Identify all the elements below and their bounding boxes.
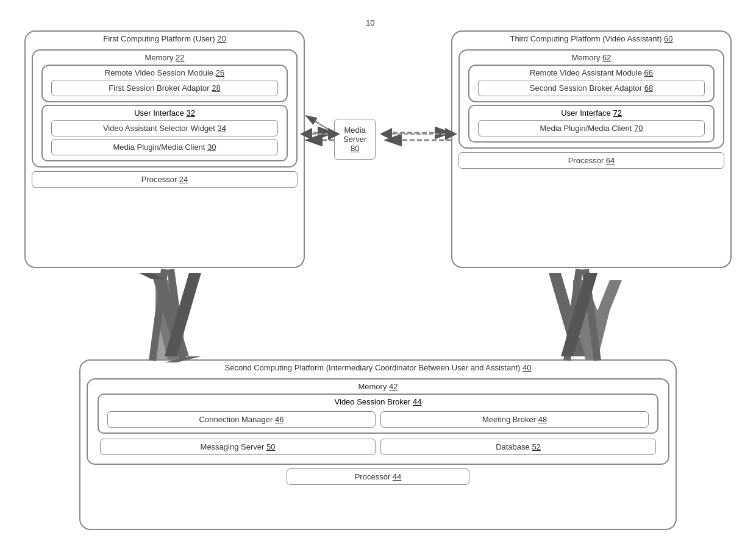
first-processor-box: Processor 24 (32, 171, 298, 188)
svg-marker-5 (139, 273, 163, 279)
arrow-first-to-second-down (155, 280, 204, 359)
first-platform-label: First Computing Platform (User) 20 (26, 32, 304, 46)
arrow-down-right-2 (585, 269, 597, 361)
first-media-plugin-box: Media Plugin/Media Client 30 (51, 139, 278, 155)
third-processor-box: Processor 64 (458, 152, 724, 169)
third-media-plugin-box: Media Plugin/Media Client 70 (478, 120, 705, 136)
diagram-container: 10 First Computing Platform (User) 20 Me… (0, 0, 756, 544)
arrow-first-to-media (306, 116, 334, 133)
vsb-box: Video Session Broker 44 Connection Manag… (98, 394, 658, 434)
vsb-label: Video Session Broker 44 (104, 397, 652, 406)
svg-marker-6 (549, 273, 585, 356)
rva-module-label: Remote Video Assistant Module 66 (474, 68, 708, 77)
arrow-first-to-second-up (149, 280, 174, 359)
connection-manager-box: Connection Manager 46 (107, 411, 376, 428)
rvs-module-box: Remote Video Session Module 26 First Ses… (41, 65, 288, 102)
third-platform: Third Computing Platform (Video Assistan… (451, 30, 732, 268)
vsb-components-row: Connection Manager 46 Meeting Broker 48 (104, 409, 652, 430)
first-ui-label: User Interface 32 (48, 108, 282, 118)
first-platform: First Computing Platform (User) 20 Memor… (24, 30, 305, 268)
database-box: Database 52 (380, 439, 656, 455)
rvs-module-label: Remote Video Session Module 26 (48, 68, 282, 77)
third-memory-box: Memory 62 Remote Video Assistant Module … (458, 49, 724, 149)
second-platform: Second Computing Platform (Intermediary … (79, 359, 677, 530)
arrow-third-to-second-down (573, 280, 622, 359)
meeting-broker-box: Meeting Broker 48 (380, 411, 649, 428)
arrow-down-right-1 (567, 269, 579, 361)
ref-10: 10 (366, 18, 374, 27)
second-session-broker-box: Second Session Broker Adaptor 68 (478, 80, 705, 96)
left-arrows (139, 273, 201, 362)
svg-marker-2 (151, 273, 189, 356)
rva-module-box: Remote Video Assistant Module 66 Second … (468, 65, 715, 102)
second-memory-label: Memory 42 (93, 382, 663, 391)
svg-marker-7 (561, 273, 597, 356)
arrow-down-left-1 (152, 269, 165, 361)
right-arrows (549, 273, 597, 356)
messaging-server-box: Messaging Server 50 (100, 439, 376, 455)
first-ui-box: User Interface 32 Video Assistant Select… (41, 105, 288, 161)
arrow-media-to-first (306, 116, 334, 133)
video-assistant-selector-box: Video Assistant Selector Widget 34 (51, 120, 278, 136)
third-memory-label: Memory 62 (465, 53, 718, 62)
media-server-box: Media Server 80 (334, 119, 376, 160)
first-memory-box: Memory 22 Remote Video Session Module 26… (32, 49, 298, 168)
second-memory-box: Memory 42 Video Session Broker 44 Connec… (87, 378, 669, 465)
third-platform-label: Third Computing Platform (Video Assistan… (452, 32, 730, 46)
svg-marker-4 (165, 273, 201, 356)
second-processor-box: Processor 44 (287, 468, 469, 485)
second-platform-label: Second Computing Platform (Intermediary … (80, 361, 676, 375)
first-memory-label: Memory 22 (38, 53, 291, 62)
messaging-db-row: Messaging Server 50 Database 52 (96, 436, 660, 457)
third-ui-label: User Interface 72 (474, 108, 708, 118)
first-session-broker-box: First Session Broker Adaptor 28 (51, 80, 278, 96)
arrow-down-left-2 (171, 269, 183, 361)
third-ui-box: User Interface 72 Media Plugin/Media Cli… (468, 105, 715, 143)
